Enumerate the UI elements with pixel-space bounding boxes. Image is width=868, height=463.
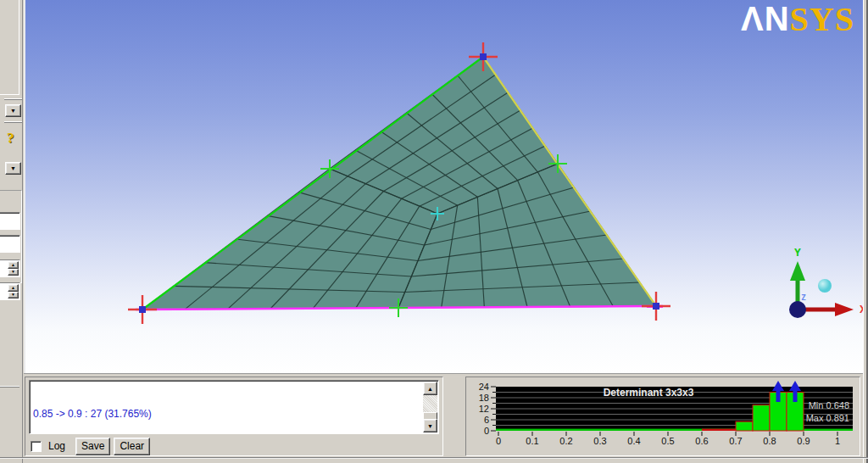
console-line: 0.85 -> 0.9 : 27 (31.765%) (33, 408, 421, 421)
console-controls: Log Save Clear (31, 437, 150, 455)
message-console-panel: 0.85 -> 0.9 : 27 (31.765%) 0.9 -> 0.95 :… (25, 377, 443, 456)
spinner-field[interactable]: ▲ ▼ (0, 282, 20, 300)
log-checkbox[interactable] (31, 441, 42, 452)
quality-histogram[interactable]: Determinant 3x3x3Min 0.648Max 0.89100.10… (466, 377, 860, 455)
overflow-arrow-icon (776, 391, 781, 402)
x-axis-tick-label: 0.8 (763, 436, 776, 446)
y-axis-tick-label: 12 (479, 404, 489, 414)
triad-origin-sphere (789, 301, 806, 318)
x-axis-tick-label: 0.7 (729, 436, 742, 446)
overflow-arrow-icon (789, 381, 801, 391)
mesh-surface (142, 57, 656, 310)
vertex-marker-square (480, 53, 487, 60)
text-field[interactable] (0, 235, 20, 253)
histogram-panel: Determinant 3x3x3Min 0.648Max 0.89100.10… (465, 377, 860, 456)
help-icon[interactable]: ? (7, 130, 14, 147)
left-panel-listbox-edge (0, 0, 19, 95)
overflow-arrow-icon (793, 391, 798, 402)
x-axis-tick-label: 0.6 (695, 436, 708, 446)
x-axis-tick-label: 1 (835, 436, 840, 446)
x-axis-tick-label: 0.3 (593, 436, 606, 446)
x-axis-tick-label: 0.5 (661, 436, 674, 446)
message-console[interactable]: 0.85 -> 0.9 : 27 (31.765%) 0.9 -> 0.95 :… (29, 380, 439, 434)
chevron-down-icon: ▼ (10, 165, 16, 171)
y-axis-tick-label: 0 (484, 426, 489, 436)
x-axis-tick-label: 0.4 (627, 436, 640, 446)
window-bottom-edge-highlight (0, 458, 868, 459)
combo-dropdown-button[interactable]: ▼ (5, 104, 21, 117)
triad-x-arrowhead (835, 303, 854, 316)
triad-z-label: Z (801, 293, 806, 302)
vertex-marker-square (139, 306, 146, 313)
spinner-field[interactable]: ▲ ▼ (0, 259, 20, 277)
x-axis-tick-label: 0.2 (559, 436, 572, 446)
mesh-scene-canvas[interactable]: YXZ (0, 0, 868, 373)
spin-down-icon[interactable]: ▼ (8, 292, 19, 299)
spin-up-icon[interactable]: ▲ (8, 284, 19, 292)
y-axis-tick-label: 24 (479, 382, 489, 392)
y-axis-tick-label: 18 (479, 393, 489, 403)
console-scrollbar[interactable]: ▲ ▼ (423, 382, 437, 432)
scroll-up-icon: ▲ (427, 386, 433, 392)
clear-button[interactable]: Clear (114, 438, 150, 455)
overflow-arrow-icon (772, 381, 784, 391)
left-panel-divider (4, 121, 23, 123)
histogram-bar[interactable] (753, 405, 770, 431)
triad-y-arrowhead (790, 261, 805, 281)
chevron-down-icon: ▼ (10, 108, 16, 114)
left-panel-divider (0, 386, 19, 388)
left-panel-strip: ▼ ? ▼ ▲ ▼ ▲ ▼ (0, 0, 23, 463)
scroll-down-icon: ▼ (427, 423, 433, 429)
spin-up-icon[interactable]: ▲ (8, 261, 19, 269)
triad-satellite-sphere (818, 279, 832, 293)
histogram-bar[interactable] (736, 421, 753, 431)
bottom-status-panel: 0.85 -> 0.9 : 27 (31.765%) 0.9 -> 0.95 :… (24, 373, 863, 463)
console-output: 0.85 -> 0.9 : 27 (31.765%) 0.9 -> 0.95 :… (33, 382, 421, 434)
histogram-max-label: Max 0.891 (806, 413, 849, 423)
window-right-edge (863, 0, 868, 463)
text-field[interactable] (0, 212, 20, 230)
triad-y-label: Y (794, 246, 801, 259)
left-panel-divider (4, 98, 23, 100)
scroll-down-button[interactable]: ▼ (423, 419, 437, 432)
x-axis-tick-label: 0 (496, 436, 501, 446)
icem-cfd-window: ▼ ? ▼ ▲ ▼ ▲ ▼ ΛNSYS YXZ (0, 0, 868, 463)
histogram-title: Determinant 3x3x3 (604, 387, 694, 399)
histogram-min-label: Min 0.648 (809, 400, 849, 410)
log-checkbox-label: Log (48, 440, 65, 452)
x-axis-tick-label: 0.9 (797, 436, 810, 446)
spin-down-icon[interactable]: ▼ (8, 269, 19, 276)
scroll-up-button[interactable]: ▲ (423, 382, 437, 395)
combo-dropdown-button[interactable]: ▼ (5, 162, 21, 175)
x-axis-tick-label: 0.1 (526, 436, 538, 446)
save-button[interactable]: Save (75, 438, 110, 455)
y-axis-tick-label: 6 (484, 415, 489, 425)
vertex-marker-square (653, 303, 659, 310)
